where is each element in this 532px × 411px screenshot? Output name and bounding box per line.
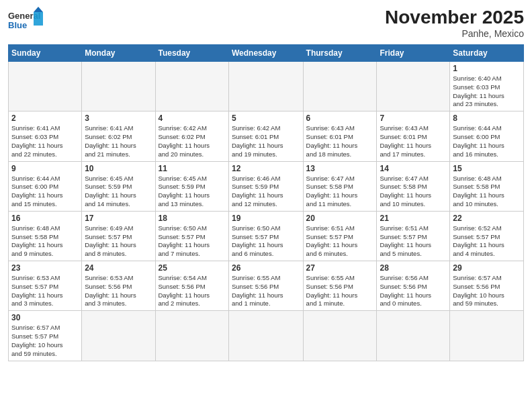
calendar-cell-w3-d4: 20Sunrise: 6:51 AM Sunset: 5:57 PM Dayli…: [303, 211, 377, 261]
day-number-29: 29: [453, 263, 521, 273]
day-number-15: 15: [453, 164, 521, 173]
day-info-30: Sunrise: 6:57 AM Sunset: 5:57 PM Dayligh…: [11, 324, 79, 358]
day-number-20: 20: [306, 214, 374, 223]
header-wednesday: Wednesday: [228, 45, 303, 62]
day-number-21: 21: [380, 214, 447, 223]
calendar-cell-w3-d5: 21Sunrise: 6:51 AM Sunset: 5:57 PM Dayli…: [377, 211, 450, 261]
calendar-cell-w2-d4: 13Sunrise: 6:47 AM Sunset: 5:58 PM Dayli…: [303, 161, 377, 211]
svg-marker-2: [34, 12, 43, 26]
day-number-17: 17: [85, 214, 152, 223]
calendar-cell-w5-d4: [303, 311, 377, 361]
day-info-1: Sunrise: 6:40 AM Sunset: 6:03 PM Dayligh…: [453, 75, 521, 109]
day-info-20: Sunrise: 6:51 AM Sunset: 5:57 PM Dayligh…: [306, 224, 374, 259]
header-thursday: Thursday: [303, 45, 377, 62]
day-info-27: Sunrise: 6:55 AM Sunset: 5:56 PM Dayligh…: [306, 274, 374, 308]
day-info-3: Sunrise: 6:41 AM Sunset: 6:02 PM Dayligh…: [85, 124, 152, 158]
calendar-cell-w5-d2: [155, 311, 228, 361]
logo: General Blue: [8, 7, 43, 36]
calendar-cell-w3-d0: 16Sunrise: 6:48 AM Sunset: 5:58 PM Dayli…: [9, 211, 82, 261]
calendar-cell-w4-d1: 24Sunrise: 6:53 AM Sunset: 5:56 PM Dayli…: [82, 261, 155, 311]
day-info-21: Sunrise: 6:51 AM Sunset: 5:57 PM Dayligh…: [380, 224, 447, 259]
calendar-cell-w5-d0: 30Sunrise: 6:57 AM Sunset: 5:57 PM Dayli…: [9, 311, 82, 361]
calendar-cell-w1-d1: 3Sunrise: 6:41 AM Sunset: 6:02 PM Daylig…: [82, 111, 155, 161]
calendar-cell-w0-d4: [303, 62, 377, 111]
calendar-cell-w4-d6: 29Sunrise: 6:57 AM Sunset: 5:56 PM Dayli…: [450, 261, 524, 311]
calendar-cell-w1-d2: 4Sunrise: 6:42 AM Sunset: 6:02 PM Daylig…: [155, 111, 228, 161]
header-sunday: Sunday: [9, 45, 82, 62]
day-info-7: Sunrise: 6:43 AM Sunset: 6:01 PM Dayligh…: [380, 124, 447, 158]
day-number-14: 14: [380, 164, 447, 173]
day-info-12: Sunrise: 6:46 AM Sunset: 5:59 PM Dayligh…: [232, 175, 300, 209]
calendar-cell-w1-d5: 7Sunrise: 6:43 AM Sunset: 6:01 PM Daylig…: [377, 111, 450, 161]
day-number-22: 22: [453, 214, 521, 223]
calendar-cell-w2-d3: 12Sunrise: 6:46 AM Sunset: 5:59 PM Dayli…: [228, 161, 303, 211]
calendar-cell-w4-d4: 27Sunrise: 6:55 AM Sunset: 5:56 PM Dayli…: [303, 261, 377, 311]
calendar-cell-w3-d1: 17Sunrise: 6:49 AM Sunset: 5:57 PM Dayli…: [82, 211, 155, 261]
week-row-4: 23Sunrise: 6:53 AM Sunset: 5:57 PM Dayli…: [9, 261, 524, 311]
week-row-1: 2Sunrise: 6:41 AM Sunset: 6:03 PM Daylig…: [9, 111, 524, 161]
day-number-9: 9: [11, 164, 79, 173]
day-number-25: 25: [159, 263, 226, 273]
day-info-23: Sunrise: 6:53 AM Sunset: 5:57 PM Dayligh…: [11, 274, 79, 308]
day-info-15: Sunrise: 6:48 AM Sunset: 5:58 PM Dayligh…: [453, 175, 521, 209]
calendar-cell-w0-d6: 1Sunrise: 6:40 AM Sunset: 6:03 PM Daylig…: [450, 62, 524, 111]
week-row-0: 1Sunrise: 6:40 AM Sunset: 6:03 PM Daylig…: [9, 62, 524, 111]
week-row-3: 16Sunrise: 6:48 AM Sunset: 5:58 PM Dayli…: [9, 211, 524, 261]
day-number-2: 2: [11, 113, 79, 123]
day-number-12: 12: [232, 164, 300, 173]
calendar-cell-w5-d6: [450, 311, 524, 361]
calendar-cell-w3-d2: 18Sunrise: 6:50 AM Sunset: 5:57 PM Dayli…: [155, 211, 228, 261]
week-row-2: 9Sunrise: 6:44 AM Sunset: 6:00 PM Daylig…: [9, 161, 524, 211]
calendar-cell-w1-d3: 5Sunrise: 6:42 AM Sunset: 6:01 PM Daylig…: [228, 111, 303, 161]
header-friday: Friday: [377, 45, 450, 62]
day-info-6: Sunrise: 6:43 AM Sunset: 6:01 PM Dayligh…: [306, 124, 374, 158]
day-info-19: Sunrise: 6:50 AM Sunset: 5:57 PM Dayligh…: [232, 224, 300, 259]
day-info-26: Sunrise: 6:55 AM Sunset: 5:56 PM Dayligh…: [232, 274, 300, 308]
day-number-8: 8: [453, 113, 521, 123]
svg-marker-3: [34, 7, 43, 12]
day-info-13: Sunrise: 6:47 AM Sunset: 5:58 PM Dayligh…: [306, 175, 374, 209]
header-saturday: Saturday: [450, 45, 524, 62]
day-number-19: 19: [232, 214, 300, 223]
day-info-28: Sunrise: 6:56 AM Sunset: 5:56 PM Dayligh…: [380, 274, 447, 308]
calendar-cell-w1-d0: 2Sunrise: 6:41 AM Sunset: 6:03 PM Daylig…: [9, 111, 82, 161]
calendar-cell-w5-d5: [377, 311, 450, 361]
calendar-cell-w0-d1: [82, 62, 155, 111]
day-info-10: Sunrise: 6:45 AM Sunset: 5:59 PM Dayligh…: [85, 175, 152, 209]
calendar-cell-w0-d0: [9, 62, 82, 111]
week-row-5: 30Sunrise: 6:57 AM Sunset: 5:57 PM Dayli…: [9, 311, 524, 361]
calendar-table: Sunday Monday Tuesday Wednesday Thursday…: [8, 44, 524, 361]
day-info-8: Sunrise: 6:44 AM Sunset: 6:00 PM Dayligh…: [453, 124, 521, 158]
header-monday: Monday: [82, 45, 155, 62]
header-tuesday: Tuesday: [155, 45, 228, 62]
svg-text:Blue: Blue: [8, 20, 27, 30]
day-number-7: 7: [380, 113, 447, 123]
calendar-cell-w5-d1: [82, 311, 155, 361]
calendar-cell-w0-d3: [228, 62, 303, 111]
day-info-11: Sunrise: 6:45 AM Sunset: 5:59 PM Dayligh…: [159, 175, 226, 209]
day-info-18: Sunrise: 6:50 AM Sunset: 5:57 PM Dayligh…: [159, 224, 226, 259]
day-number-1: 1: [453, 64, 521, 73]
day-number-24: 24: [85, 263, 152, 273]
page: General Blue November 2025 Panhe, Mexico…: [0, 0, 532, 411]
calendar-cell-w1-d4: 6Sunrise: 6:43 AM Sunset: 6:01 PM Daylig…: [303, 111, 377, 161]
calendar-cell-w0-d5: [377, 62, 450, 111]
calendar-cell-w3-d3: 19Sunrise: 6:50 AM Sunset: 5:57 PM Dayli…: [228, 211, 303, 261]
calendar-cell-w2-d1: 10Sunrise: 6:45 AM Sunset: 5:59 PM Dayli…: [82, 161, 155, 211]
header: General Blue November 2025 Panhe, Mexico: [8, 7, 524, 39]
day-info-9: Sunrise: 6:44 AM Sunset: 6:00 PM Dayligh…: [11, 175, 79, 209]
calendar-cell-w3-d6: 22Sunrise: 6:52 AM Sunset: 5:57 PM Dayli…: [450, 211, 524, 261]
day-number-13: 13: [306, 164, 374, 173]
logo-icon: General Blue: [8, 7, 43, 36]
day-info-29: Sunrise: 6:57 AM Sunset: 5:56 PM Dayligh…: [453, 274, 521, 308]
day-number-16: 16: [11, 214, 79, 223]
page-subtitle: Panhe, Mexico: [385, 28, 524, 39]
weekday-header-row: Sunday Monday Tuesday Wednesday Thursday…: [9, 45, 524, 62]
calendar-cell-w5-d3: [228, 311, 303, 361]
day-info-17: Sunrise: 6:49 AM Sunset: 5:57 PM Dayligh…: [85, 224, 152, 259]
day-number-23: 23: [11, 263, 79, 273]
title-block: November 2025 Panhe, Mexico: [385, 7, 524, 39]
day-number-3: 3: [85, 113, 152, 123]
day-number-11: 11: [159, 164, 226, 173]
day-info-24: Sunrise: 6:53 AM Sunset: 5:56 PM Dayligh…: [85, 274, 152, 308]
